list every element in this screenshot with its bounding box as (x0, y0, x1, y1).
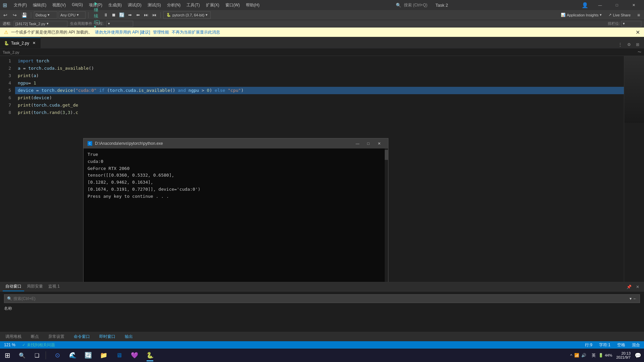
debug-tab-command[interactable]: 命令窗口 (71, 333, 93, 341)
debug-tab-callstack[interactable]: 调用堆栈 (3, 333, 24, 341)
menu-test[interactable]: 测试(S) (145, 1, 164, 9)
console-scrollbar[interactable] (385, 148, 388, 282)
panel-tab-watch[interactable]: 监视 1 (46, 282, 62, 291)
status-row[interactable]: 行:9 (584, 342, 594, 348)
menu-tools[interactable]: 工具(T) (184, 1, 202, 9)
console-line-4: tensor([[0.0360, 0.5332, 0.6580], (88, 172, 384, 179)
debug-tab-breakpoints[interactable]: 断点 (28, 333, 42, 341)
save-button[interactable]: 💾 (20, 11, 28, 19)
cpu-dropdown[interactable]: Any CPU ▾ (59, 11, 86, 19)
tab-file-icon: 🐍 (4, 41, 9, 46)
taskbar-taskview[interactable]: ❑ (30, 349, 44, 362)
breakpoint-button[interactable]: ⏮ (150, 11, 158, 19)
status-zoom[interactable]: 121 % (3, 343, 17, 347)
restart-button[interactable]: 🔄 (118, 11, 125, 19)
taskbar-update[interactable]: 🔄 (81, 349, 96, 362)
menu-file[interactable]: 文件(F) (11, 1, 30, 9)
pause-button[interactable]: ⏹ (110, 11, 117, 19)
status-col[interactable]: 字符:1 (598, 342, 612, 348)
console-minimize-button[interactable]: — (353, 140, 363, 147)
panel-tab-local[interactable]: 局部安量 (24, 282, 46, 291)
undo-button[interactable]: ↩ (1, 11, 9, 19)
battery-indicator[interactable]: 🔋 44% (598, 353, 612, 358)
sort-dropdown[interactable]: ▾ (621, 21, 641, 27)
console-close-button[interactable]: ✕ (374, 140, 384, 147)
search-dropdown-icon[interactable]: ▾ (630, 296, 632, 301)
redo-button[interactable]: ↪ (11, 11, 19, 19)
close-button[interactable]: ✕ (626, 0, 641, 10)
debug-tab-exceptions[interactable]: 异常设置 (46, 333, 67, 341)
tab-close-button[interactable]: ✕ (31, 41, 37, 46)
taskbar-vs[interactable]: 💜 (127, 349, 142, 362)
taskbar-start[interactable]: ⊞ (0, 349, 15, 362)
console-content[interactable]: True cuda:0 GeForce RTX 2060 tensor([[0.… (84, 148, 388, 282)
menu-debug[interactable]: 调试(D) (125, 1, 144, 9)
process-dropdown[interactable]: [18172] Task_2.py ▾ (14, 21, 67, 27)
warning-link-1[interactable]: 请勿允许使用弃用的 API [建议] (95, 29, 150, 35)
status-spaces[interactable]: 空格 (616, 342, 627, 348)
menu-git[interactable]: Git(G) (69, 1, 86, 9)
chrome-icon: ⊙ (55, 352, 60, 359)
console-scroll-thumb[interactable] (385, 150, 388, 160)
taskview-icon: ❑ (35, 352, 39, 359)
taskbar-datetime[interactable]: 20:13 2021/9/7 (613, 350, 633, 361)
panel-tab-auto[interactable]: 自动窗口 (3, 282, 24, 291)
taskbar-network-icon[interactable]: 📶 (574, 353, 579, 358)
warning-link-2[interactable]: 管理性能 (153, 29, 169, 35)
tab-list-button[interactable]: ⋮ (616, 41, 624, 48)
taskbar-pinned-apps: ⊙ 🌊 🔄 📁 🖥 💜 🐍 (50, 349, 157, 362)
warning-link-3[interactable]: 不再为当前扩展显示此消息 (172, 29, 220, 35)
menu-analyze[interactable]: 分析(N) (164, 1, 183, 9)
continue-button[interactable]: ▶ 继续(C) ▾ (94, 11, 101, 19)
taskbar-volume-icon[interactable]: 🔊 (581, 353, 586, 358)
debug-tab-output[interactable]: 输出 (122, 333, 136, 341)
step-out-button[interactable]: ⬅ (134, 11, 142, 19)
menu-build[interactable]: 生成(B) (106, 1, 124, 9)
taskbar-search[interactable]: 🔍 (15, 349, 30, 362)
app-insights-button[interactable]: 📊 Application Insights ▾ (558, 11, 605, 19)
search-input[interactable] (13, 296, 628, 301)
auto-panel-content: 🔍 ▾ ← 名称 (0, 292, 644, 332)
thread-dropdown[interactable]: ▾ (106, 21, 133, 27)
split-button[interactable]: ⊞ (634, 41, 641, 48)
menu-help[interactable]: 帮助(H) (243, 1, 262, 9)
toolbar: ↩ ↪ 💾 Debug ▾ Any CPU ▾ ▶ 继续(C) ▾ ⏸ ⏹ 🔄 … (0, 10, 644, 20)
taskbar-explorer[interactable]: 📁 (96, 349, 111, 362)
menu-window[interactable]: 窗口(W) (223, 1, 243, 9)
step-over-button[interactable]: ⏸ (102, 11, 109, 19)
menu-edit[interactable]: 编辑(E) (30, 1, 49, 9)
menu-view[interactable]: 视图(V) (50, 1, 68, 9)
pin-button[interactable]: 📌 (625, 283, 633, 291)
taskbar-app1[interactable]: 🖥 (112, 349, 126, 362)
scroll-hint: 〜 (638, 50, 641, 55)
panel-tabs: 自动窗口 局部安量 监视 1 (3, 282, 62, 291)
taskbar-chevron-icon[interactable]: ^ (570, 353, 572, 358)
taskbar-chrome[interactable]: ⊙ (50, 349, 65, 362)
menu-extensions[interactable]: 扩展(X) (203, 1, 222, 9)
explorer-icon: 📁 (100, 352, 107, 359)
console-maximize-button[interactable]: □ (363, 140, 373, 147)
search-back-icon[interactable]: ← (633, 296, 637, 301)
debug-tab-immediate[interactable]: 即时窗口 (97, 333, 118, 341)
status-issues[interactable]: ✓ 未找到相关问题 (21, 342, 56, 348)
close-panel-button[interactable]: ✕ (634, 283, 641, 291)
warning-close-button[interactable]: ✕ (636, 29, 640, 36)
debug-dropdown[interactable]: Debug ▾ (34, 11, 57, 19)
maximize-button[interactable]: □ (609, 0, 625, 10)
tab-task2py[interactable]: 🐍 Task_2.py ✕ (0, 38, 41, 48)
search-icon: 🔍 (396, 3, 401, 8)
keyboard-language[interactable]: 英 (590, 352, 597, 359)
status-encoding[interactable]: 混合 (631, 342, 641, 348)
minimize-button[interactable]: — (592, 0, 608, 10)
live-share-button[interactable]: ↗ Live Share (606, 11, 633, 19)
settings-button[interactable]: ⚙ (625, 41, 633, 48)
notification-icon[interactable]: 💬 (635, 352, 641, 359)
step-forward-button[interactable]: ⏭ (142, 11, 150, 19)
step-into-button[interactable]: ➡ (126, 11, 133, 19)
taskbar-python[interactable]: 🐍 (143, 349, 157, 362)
taskbar-edge[interactable]: 🌊 (65, 349, 80, 362)
interpreter-button[interactable]: 🐍 pytorch (3.7, 64-bit) ▾ (163, 11, 211, 19)
search-box[interactable]: 🔍 ▾ ← (4, 294, 640, 303)
user-avatar[interactable]: 👤 (582, 2, 588, 8)
toolbar-extra-button[interactable]: ≡ (635, 11, 643, 19)
